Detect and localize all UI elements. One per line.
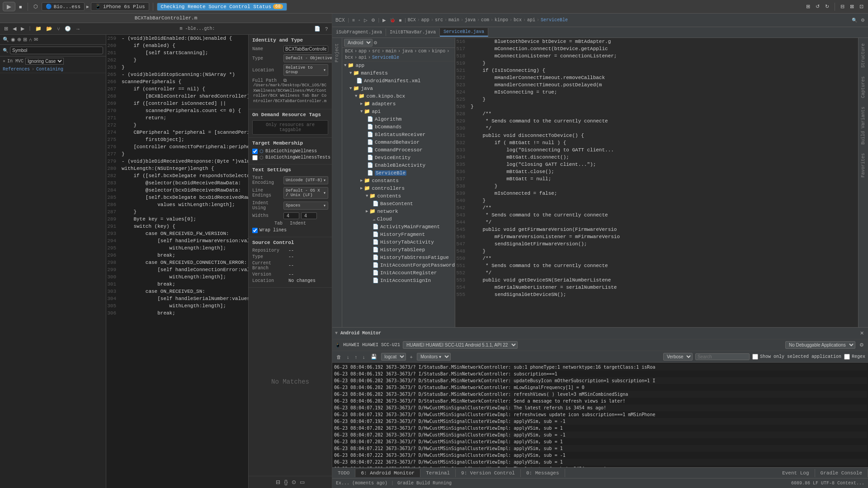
tree-node[interactable]: 📄 InitAccountForgotPassword bbox=[342, 261, 455, 269]
tab-todo[interactable]: TODO bbox=[332, 469, 355, 477]
path-src[interactable]: src bbox=[372, 49, 380, 54]
tree-gear-btn[interactable]: ⚙ bbox=[373, 40, 377, 45]
tree-node[interactable]: ▶ 📁 network bbox=[342, 207, 455, 215]
as-path-com[interactable]: com bbox=[481, 18, 489, 23]
structure-label[interactable]: Structure bbox=[860, 40, 867, 71]
nav-btn-find[interactable]: 🔍 bbox=[3, 37, 9, 42]
tree-node[interactable]: ▼ 📁 contents bbox=[342, 192, 455, 200]
tree-node[interactable]: 📄 ActivityMainFragment bbox=[342, 223, 455, 230]
tree-node[interactable]: ▶ 📁 adapters bbox=[342, 100, 455, 108]
view-toggle-button[interactable]: ⊟ bbox=[839, 3, 846, 10]
as-path-java[interactable]: java bbox=[465, 18, 476, 23]
encoding-dropdown[interactable]: Unicode (UTF-8) ▾ bbox=[283, 176, 328, 184]
tab-version-control[interactable]: 9: Version Control bbox=[456, 469, 521, 477]
tree-node[interactable]: 📄 HistoryTabActivity bbox=[342, 238, 455, 246]
as-settings-btn[interactable]: ⚙ bbox=[859, 17, 866, 23]
filter-case-select[interactable]: Ignoring Case bbox=[25, 58, 64, 65]
nav-btn-5[interactable]: ⑃ bbox=[29, 37, 32, 42]
tree-node[interactable]: 📄 Algorithm bbox=[342, 115, 455, 123]
editor-btn-1[interactable]: ⊞ bbox=[3, 25, 9, 32]
forward-btn[interactable]: ▶ bbox=[19, 25, 26, 32]
show-only-checkbox[interactable] bbox=[752, 354, 758, 360]
logcat-scroll-btn[interactable]: ↓ bbox=[345, 354, 351, 360]
nav-next-button[interactable]: ↺ bbox=[814, 3, 821, 10]
log-area[interactable]: 06-23 08:04:06.192 3673-3673/? I/StatusB… bbox=[332, 363, 868, 467]
tree-node[interactable]: ▼ 📁 api bbox=[342, 108, 455, 115]
favorites-label[interactable]: Favorites bbox=[860, 150, 867, 181]
file-icon-btn[interactable]: 📄 bbox=[313, 25, 322, 32]
tree-node[interactable]: 📄 HistoryTabSleep bbox=[342, 246, 455, 253]
code-editor[interactable]: 259- (void)bleDidEnabled:(BOOL)enabled {… bbox=[106, 35, 248, 488]
tab-android-monitor[interactable]: 6: Android Monitor bbox=[355, 469, 420, 477]
tree-node[interactable]: 📄 BaseContent bbox=[342, 200, 455, 207]
help-btn[interactable]: ? bbox=[324, 26, 329, 32]
refresh-button[interactable]: ↻ bbox=[823, 3, 831, 10]
indent-width-input[interactable] bbox=[301, 212, 317, 219]
app-tab[interactable]: 🔵 Bio...ess bbox=[42, 2, 85, 11]
verbose-select[interactable]: Verbose bbox=[663, 353, 693, 361]
file-tab-serviceble[interactable]: ServiceBle.java bbox=[440, 28, 488, 37]
tree-node[interactable]: 📄 CommandBehavior bbox=[342, 138, 455, 146]
search-input[interactable] bbox=[10, 47, 103, 54]
as-path-api[interactable]: api bbox=[527, 18, 535, 23]
file-tab-isubfragment[interactable]: iSubFragment.java bbox=[332, 28, 386, 36]
breadcrumb-containing[interactable]: Containing bbox=[36, 67, 63, 72]
scheme-button[interactable]: ⬡ bbox=[32, 3, 40, 10]
logcat-tab-select[interactable]: logcat bbox=[381, 353, 406, 361]
logcat-search-input[interactable] bbox=[695, 353, 750, 360]
tab-messages[interactable]: 0: Messages bbox=[521, 469, 565, 477]
path-kinpo[interactable]: kinpo bbox=[432, 49, 445, 54]
branch-btn[interactable]: ⑂ bbox=[56, 26, 61, 32]
tree-node[interactable]: 📄 CommandProcessor bbox=[342, 146, 455, 154]
tree-node[interactable]: 📄 InitAccountRegister bbox=[342, 269, 455, 277]
path-bcx[interactable]: BCX bbox=[345, 49, 353, 54]
tree-node[interactable]: 📄 DeviceEntity bbox=[342, 154, 455, 161]
breadcrumb-references[interactable]: References bbox=[3, 67, 30, 72]
regex-checkbox[interactable] bbox=[844, 354, 850, 360]
tree-node[interactable]: 📄 AndroidManifest.xml bbox=[342, 77, 455, 84]
view-split-button[interactable]: ⊠ bbox=[848, 3, 856, 10]
stop-button[interactable]: ■ bbox=[17, 3, 24, 10]
logcat-save-btn[interactable]: 💾 bbox=[369, 353, 378, 360]
as-debug-btn[interactable]: 🐞 bbox=[388, 17, 396, 23]
nav-prev-button[interactable]: ⊞ bbox=[804, 3, 812, 10]
as-path-src[interactable]: src bbox=[435, 18, 443, 23]
path-main[interactable]: main bbox=[386, 49, 396, 54]
tree-node[interactable]: ▼ 📁 manifests bbox=[342, 69, 455, 77]
path-app[interactable]: app bbox=[359, 49, 367, 54]
tree-node[interactable]: ▼ 📁 app bbox=[342, 61, 455, 69]
folder-btn[interactable]: 📁 bbox=[34, 25, 43, 32]
gradle-console-tab[interactable]: Gradle Console bbox=[815, 469, 868, 477]
logcat-down-btn[interactable]: ↓ bbox=[361, 354, 367, 360]
as-btn-2[interactable]: ≡ bbox=[351, 17, 356, 23]
monitors-select[interactable]: Monitors ▾ bbox=[417, 353, 451, 361]
nav-btn-6[interactable]: ✉ bbox=[34, 37, 38, 42]
tree-node[interactable]: 📄 InitAccountSignIn bbox=[342, 277, 455, 284]
full-path-copy-btn[interactable]: ⧉ bbox=[283, 78, 287, 83]
status-tab[interactable]: Checking Remote Source Control Status 68 bbox=[157, 3, 287, 11]
nav-btn-3[interactable]: ⊕ bbox=[17, 37, 21, 42]
tree-node[interactable]: ▶ 📁 controllers bbox=[342, 184, 455, 192]
logcat-up-btn[interactable]: ↑ bbox=[354, 354, 359, 360]
android-view-select[interactable]: Android bbox=[344, 39, 373, 47]
line-endings-dropdown[interactable]: Default - OS X / Unix (LF) ▾ bbox=[283, 187, 328, 199]
logcat-clear-btn[interactable]: 🗑 bbox=[335, 354, 343, 360]
as-search-btn[interactable]: 🔍 bbox=[850, 17, 859, 23]
tree-node[interactable]: 📄 bCommands bbox=[342, 123, 455, 131]
monitor-close-btn[interactable]: ✕ bbox=[859, 330, 865, 337]
tree-node[interactable]: 📄 HistoryFragment bbox=[342, 230, 455, 238]
footer-btn-3[interactable]: ⊙ bbox=[292, 479, 296, 485]
target-2-checkbox[interactable] bbox=[252, 155, 258, 160]
jump-btn[interactable]: → bbox=[74, 26, 82, 32]
tree-node[interactable]: 📄 EnableBleActivity bbox=[342, 161, 455, 169]
file-tab-initbtnavbar[interactable]: InitBTNavBar.java bbox=[386, 28, 440, 36]
debug-settings-btn[interactable]: ⚙ bbox=[858, 342, 865, 348]
project-label[interactable]: Project bbox=[334, 40, 340, 66]
as-code-editor[interactable]: 516 BluetoothDevice btDevice = mBtAdapte… bbox=[455, 38, 858, 327]
device-select[interactable]: HUAWEI HUAWEI SCC-U21 Android 5.1.1, API… bbox=[403, 341, 518, 349]
as-path-bcx[interactable]: BCX bbox=[408, 18, 416, 23]
logcat-add-btn[interactable]: + bbox=[409, 354, 414, 360]
as-path-bcx[interactable]: bcx bbox=[514, 18, 522, 23]
history-btn[interactable]: 🕐 bbox=[63, 25, 72, 32]
footer-btn-2[interactable]: {} bbox=[284, 479, 288, 485]
